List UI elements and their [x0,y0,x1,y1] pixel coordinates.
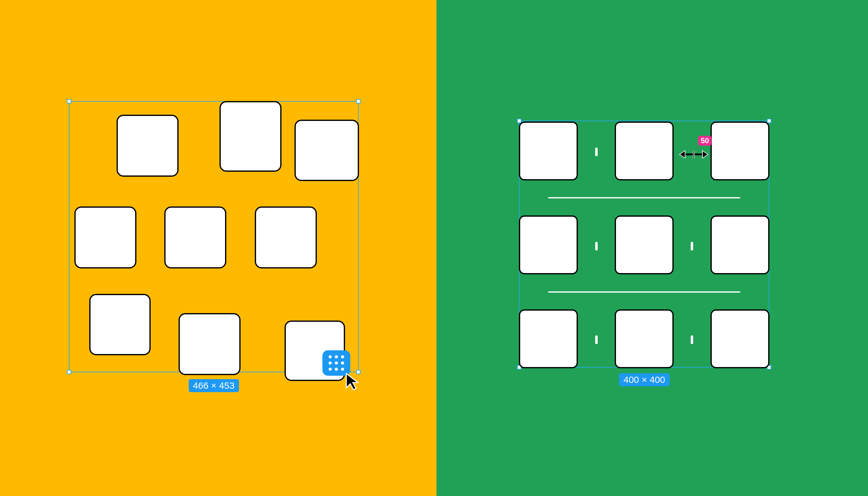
spacing-handle[interactable] [595,336,598,344]
tile[interactable] [179,313,241,375]
resize-handle-bl[interactable] [67,370,71,374]
spacing-value-badge: 50 [698,136,711,146]
before-panel: 466 × 453 [0,0,436,496]
tidy-grid-icon [329,355,344,371]
tile[interactable] [89,294,151,355]
tile[interactable] [615,122,673,181]
tile[interactable] [519,122,578,181]
tile[interactable] [711,215,770,274]
tile[interactable] [74,206,136,268]
dimensions-badge-right: 400 × 400 [619,373,669,386]
resize-handle-tl[interactable] [67,99,71,104]
spacing-handle[interactable] [691,242,693,250]
tile[interactable] [219,101,281,172]
svg-marker-1 [680,151,685,158]
dimensions-badge-left: 466 × 453 [188,379,239,392]
after-panel: 400 × 400 50 [436,0,868,496]
resize-handle-tr[interactable] [356,99,360,104]
spacing-handle[interactable] [595,148,598,156]
tile[interactable] [615,215,673,274]
resize-handle-tr[interactable] [767,119,771,123]
cursor-icon [345,372,360,391]
tile[interactable] [519,309,578,368]
svg-marker-2 [702,151,708,158]
spacing-handle[interactable] [691,336,693,344]
tile[interactable] [164,206,226,268]
tile[interactable] [519,215,578,274]
tile[interactable] [615,309,673,368]
row-divider[interactable] [548,197,740,198]
tile[interactable] [711,122,770,181]
row-divider[interactable] [548,291,740,293]
tile[interactable] [117,115,179,177]
tile[interactable] [711,309,770,368]
tile[interactable] [255,206,317,268]
resize-horizontal-icon[interactable] [678,148,709,160]
spacing-handle[interactable] [595,242,598,250]
tile[interactable] [294,120,359,181]
